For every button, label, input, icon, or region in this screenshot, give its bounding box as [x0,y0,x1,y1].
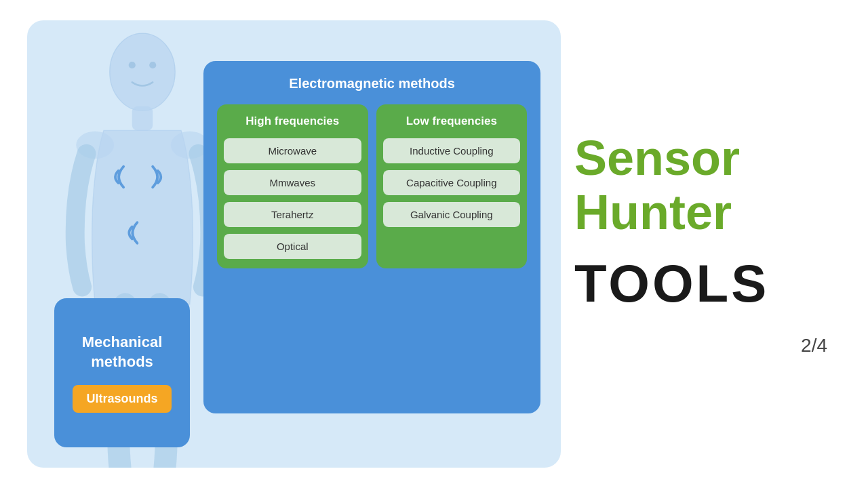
high-freq-title: High frequencies [245,114,339,129]
brand-name: Sensor Hunter [574,131,841,239]
em-title: Electromagnetic methods [289,75,455,92]
terahertz-item: Terahertz [224,202,361,227]
low-freq-column: Low frequencies Inductive Coupling Capac… [376,104,528,268]
high-freq-column: High frequencies Microwave Mmwaves Terah… [217,104,368,268]
svg-point-5 [149,62,156,68]
galvanic-coupling-item: Galvanic Coupling [383,202,521,227]
electromagnetic-box: Electromagnetic methods High frequencies… [203,61,540,413]
ultrasounds-badge: Ultrasounds [73,385,171,413]
svg-point-4 [129,62,136,68]
svg-point-0 [110,33,175,110]
right-panel: Sensor Hunter TOOLS 2/4 [561,20,841,468]
low-freq-title: Low frequencies [406,114,497,129]
page-number: 2/4 [801,335,841,357]
tools-subtitle: TOOLS [574,253,769,314]
diagram-panel: Mechanical methods Ultrasounds Electroma… [27,20,561,468]
mmwaves-item: Mmwaves [224,170,361,195]
svg-rect-1 [132,106,153,131]
em-columns: High frequencies Microwave Mmwaves Terah… [217,104,527,268]
mechanical-methods-box: Mechanical methods Ultrasounds [54,298,190,447]
capacitive-coupling-item: Capacitive Coupling [383,170,521,195]
optical-item: Optical [224,234,361,259]
mechanical-title: Mechanical methods [68,333,176,371]
page-container: Mechanical methods Ultrasounds Electroma… [0,0,868,488]
inductive-coupling-item: Inductive Coupling [383,138,521,163]
microwave-item: Microwave [224,138,361,163]
